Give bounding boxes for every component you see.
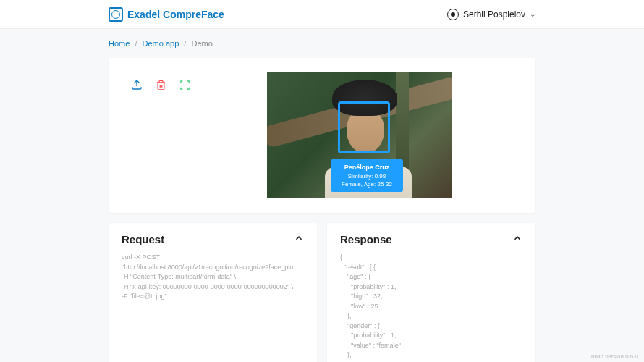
response-panel: Response { "result" : [ { "age" : { "pro… (327, 223, 535, 362)
face-similarity: Similarity: 0.98 (333, 172, 401, 180)
face-icon (109, 7, 123, 22)
delete-button[interactable] (154, 78, 167, 91)
build-version: build version 0.6.0 (591, 353, 638, 360)
breadcrumb-current: Demo (191, 39, 212, 48)
response-body: { "result" : [ { "age" : { "probability"… (340, 253, 522, 362)
user-name: Serhii Pospielov (463, 9, 525, 20)
face-gender-age: Female, Age: 25-32 (333, 180, 401, 188)
scan-icon (179, 80, 190, 90)
response-title: Response (340, 233, 392, 245)
breadcrumb-home[interactable]: Home (109, 39, 130, 48)
recognition-image: Penélope Cruz Similarity: 0.98 Female, A… (267, 72, 452, 198)
face-label: Penélope Cruz Similarity: 0.98 Female, A… (331, 159, 403, 192)
collapse-request-button[interactable] (294, 233, 304, 245)
request-body: curl -X POST "http://localhost:8000/api/… (122, 253, 304, 302)
user-menu[interactable]: Serhii Pospielov ⌄ (447, 9, 535, 20)
breadcrumb-app[interactable]: Demo app (143, 39, 179, 48)
chevron-up-icon (512, 233, 522, 243)
chevron-up-icon (294, 233, 304, 243)
user-icon (447, 9, 459, 20)
face-name: Penélope Cruz (333, 163, 401, 172)
upload-icon (131, 79, 143, 90)
breadcrumb: Home / Demo app / Demo (0, 29, 644, 58)
trash-icon (156, 80, 166, 90)
face-bounding-box (338, 101, 390, 153)
brand-logo[interactable]: Exadel CompreFace (109, 7, 224, 22)
upload-button[interactable] (130, 78, 143, 91)
chevron-down-icon: ⌄ (530, 10, 535, 18)
request-panel: Request curl -X POST "http://localhost:8… (109, 223, 317, 362)
collapse-response-button[interactable] (512, 233, 522, 245)
brand-text: Exadel CompreFace (127, 9, 224, 20)
demo-card: Penélope Cruz Similarity: 0.98 Female, A… (109, 58, 535, 213)
scan-button[interactable] (178, 78, 191, 91)
request-title: Request (122, 233, 164, 245)
